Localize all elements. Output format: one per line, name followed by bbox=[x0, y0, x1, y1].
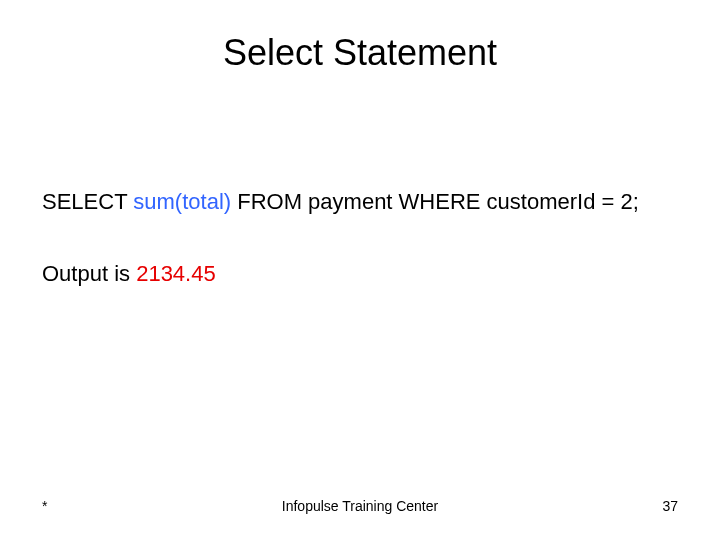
sql-statement: SELECT sum(total) FROM payment WHERE cus… bbox=[42, 188, 678, 216]
footer-center: Infopulse Training Center bbox=[0, 498, 720, 514]
output-label: Output is bbox=[42, 261, 136, 286]
output-line: Output is 2134.45 bbox=[42, 260, 678, 288]
slide-footer: * Infopulse Training Center 37 bbox=[0, 498, 720, 518]
output-value: 2134.45 bbox=[136, 261, 216, 286]
sql-aggregate: sum(total) bbox=[133, 189, 231, 214]
sql-rest: FROM payment WHERE customerId = 2; bbox=[231, 189, 639, 214]
slide: Select Statement SELECT sum(total) FROM … bbox=[0, 0, 720, 540]
slide-body: SELECT sum(total) FROM payment WHERE cus… bbox=[42, 188, 678, 287]
sql-select-keyword: SELECT bbox=[42, 189, 133, 214]
slide-title: Select Statement bbox=[0, 32, 720, 74]
footer-page-number: 37 bbox=[662, 498, 678, 514]
